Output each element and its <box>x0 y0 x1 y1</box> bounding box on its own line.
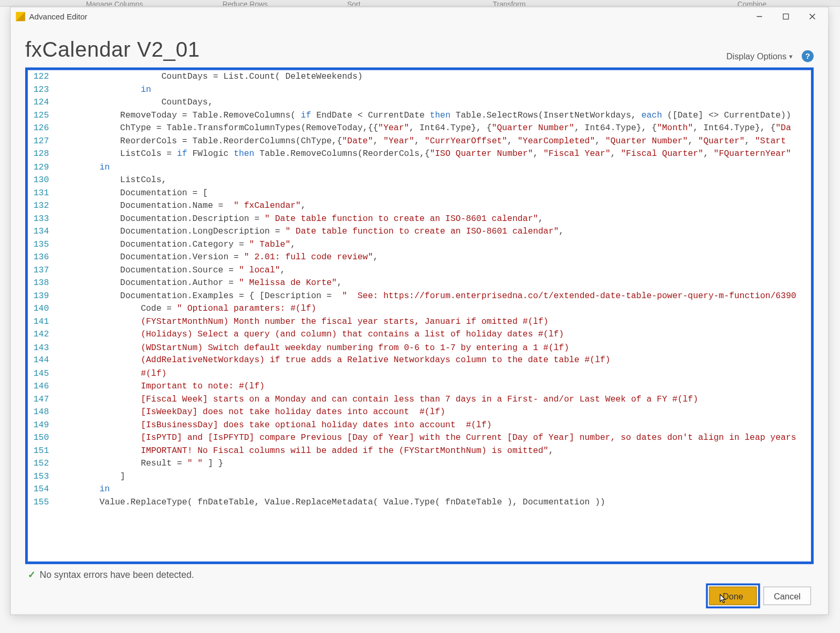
line-number: 155 <box>28 495 54 509</box>
line-number: 143 <box>28 341 54 354</box>
code-line[interactable]: IMPORTANT! No Fiscal columns will be add… <box>54 444 811 457</box>
code-line[interactable]: CountDays, <box>54 96 811 109</box>
code-line[interactable]: [IsWeekDay] does not take holiday dates … <box>54 405 811 418</box>
code-line[interactable]: (WDStartNum) Switch default weekday numb… <box>54 341 811 354</box>
syntax-status: ✓ No syntax errors have been detected. <box>25 564 814 583</box>
line-number: 127 <box>28 134 54 147</box>
code-line[interactable]: Code = " Optional paramters: #(lf) <box>54 302 811 315</box>
line-number: 124 <box>28 96 54 109</box>
code-line[interactable]: #(lf) <box>54 367 811 380</box>
close-button[interactable] <box>799 8 825 25</box>
code-line[interactable]: Documentation.Category = " Table", <box>54 238 811 251</box>
code-line[interactable]: in <box>54 483 811 496</box>
line-number: 131 <box>28 186 54 199</box>
code-line[interactable]: Documentation.Version = " 2.01: full cod… <box>54 251 811 264</box>
code-line[interactable]: Documentation.Name = " fxCalendar", <box>54 199 811 212</box>
line-number: 145 <box>28 367 54 380</box>
help-icon[interactable]: ? <box>802 50 814 62</box>
line-number: 136 <box>28 251 54 264</box>
code-line[interactable]: Result = " " ] } <box>54 457 811 470</box>
code-line[interactable]: ] <box>54 470 811 483</box>
app-logo-icon <box>16 12 25 22</box>
code-line[interactable]: CountDays = List.Count( DeleteWeekends) <box>54 70 811 83</box>
line-number: 153 <box>28 470 54 483</box>
line-number: 144 <box>28 354 54 367</box>
line-number: 130 <box>28 173 54 186</box>
line-number: 122 <box>28 70 54 83</box>
line-number: 150 <box>28 431 54 445</box>
done-button[interactable]: Done <box>709 587 757 605</box>
line-number: 147 <box>28 393 54 406</box>
cancel-button[interactable]: Cancel <box>763 587 811 605</box>
code-line[interactable]: Documentation.Description = " Date table… <box>54 212 811 225</box>
code-editor-highlight-frame: 122 CountDays = List.Count( DeleteWeeken… <box>25 68 814 564</box>
display-options-label: Display Options <box>726 51 786 61</box>
minimize-button[interactable] <box>746 8 772 25</box>
code-line[interactable]: (FYStartMonthNum) Month number the fisca… <box>54 315 811 328</box>
code-line[interactable]: (AddRelativeNetWorkdays) if true adds a … <box>54 354 811 367</box>
line-number: 128 <box>28 147 54 161</box>
line-number: 134 <box>28 225 54 238</box>
line-number: 132 <box>28 199 54 212</box>
ribbon-background: Manage Columns Reduce Rows Sort Transfor… <box>0 0 840 7</box>
code-line[interactable]: in <box>54 83 811 96</box>
code-line[interactable]: [Fiscal Week] starts on a Monday and can… <box>54 393 811 406</box>
line-number: 135 <box>28 238 54 251</box>
line-number: 140 <box>28 302 54 315</box>
display-options-dropdown[interactable]: Display Options ▾ <box>726 51 792 61</box>
line-number: 139 <box>28 289 54 302</box>
line-number: 148 <box>28 405 54 418</box>
code-line[interactable]: Documentation.Author = " Melissa de Kort… <box>54 277 811 290</box>
code-line[interactable]: ListCols = if FWlogic then Table.RemoveC… <box>54 147 811 161</box>
code-line[interactable]: Documentation.LongDescription = " Date t… <box>54 225 811 238</box>
code-line[interactable]: ReorderCols = Table.ReorderColumns(ChTyp… <box>54 134 811 147</box>
code-line[interactable]: (Holidays) Select a query (and column) t… <box>54 328 811 341</box>
maximize-button[interactable] <box>773 8 799 25</box>
code-line[interactable]: RemoveToday = Table.RemoveColumns( if En… <box>54 109 811 122</box>
code-line[interactable]: Documentation = [ <box>54 186 811 199</box>
line-number: 123 <box>28 83 54 96</box>
checkmark-icon: ✓ <box>28 569 36 580</box>
line-number: 154 <box>28 483 54 496</box>
line-number: 137 <box>28 263 54 277</box>
code-line[interactable]: Documentation.Examples = { [Description … <box>54 289 811 302</box>
code-line[interactable]: [IsPYTD] and [IsPFYTD] compare Previous … <box>54 431 811 445</box>
svg-rect-1 <box>783 14 789 19</box>
status-message: No syntax errors have been detected. <box>40 569 194 580</box>
line-number: 146 <box>28 379 54 393</box>
line-number: 129 <box>28 161 54 174</box>
code-line[interactable]: ChType = Table.TransformColumnTypes(Remo… <box>54 122 811 135</box>
chevron-down-icon: ▾ <box>789 52 792 60</box>
line-number: 126 <box>28 122 54 135</box>
titlebar: Advanced Editor <box>10 7 828 26</box>
code-line[interactable]: ListCols, <box>54 173 811 186</box>
line-number: 141 <box>28 315 54 328</box>
line-number: 152 <box>28 457 54 470</box>
code-line[interactable]: [IsBusinessDay] does take optional holid… <box>54 418 811 431</box>
advanced-editor-window: Advanced Editor fxCalendar V2_01 Display… <box>10 7 829 615</box>
line-number: 138 <box>28 277 54 290</box>
query-name-heading: fxCalendar V2_01 <box>25 38 200 62</box>
code-line[interactable]: in <box>54 161 811 174</box>
window-title: Advanced Editor <box>29 12 87 22</box>
line-number: 149 <box>28 418 54 431</box>
code-line[interactable]: Important to note: #(lf) <box>54 379 811 393</box>
line-number: 133 <box>28 212 54 225</box>
line-number: 151 <box>28 444 54 457</box>
code-line[interactable]: Value.ReplaceType( fnDateTable, Value.Re… <box>54 495 811 509</box>
line-number: 125 <box>28 109 54 122</box>
code-line[interactable]: Documentation.Source = " local", <box>54 263 811 277</box>
line-number: 142 <box>28 328 54 341</box>
code-editor[interactable]: 122 CountDays = List.Count( DeleteWeeken… <box>28 70 811 562</box>
